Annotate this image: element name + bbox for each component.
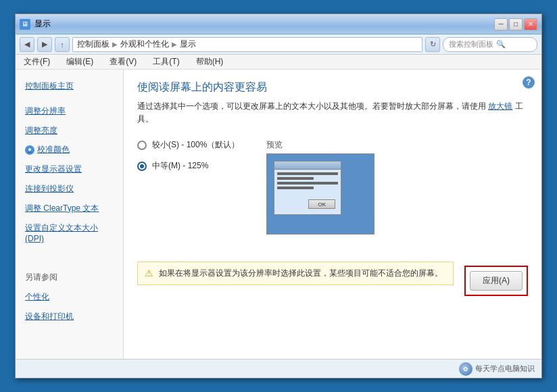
sidebar-item-devices[interactable]: 设备和打印机 xyxy=(16,307,123,326)
content-title: 使阅读屏幕上的内容更容易 xyxy=(137,80,528,95)
radio-medium[interactable] xyxy=(137,162,147,171)
sidebar-item-home[interactable]: 控制面板主页 xyxy=(16,76,123,96)
radio-option-medium[interactable]: 中等(M) - 125% xyxy=(137,160,239,172)
footer: ✿ 每天学点电脑知识 xyxy=(16,359,541,378)
apply-area: 应用(A) xyxy=(464,266,528,296)
title-bar-left: 🖥 显示 xyxy=(20,18,51,30)
sidebar-item-dpi[interactable]: 设置自定义文本大小(DPI) xyxy=(16,218,123,249)
address-path[interactable]: 控制面板 ▶ 外观和个性化 ▶ 显示 xyxy=(72,37,422,52)
title-bar: 🖥 显示 ─ □ ✕ xyxy=(16,14,541,34)
search-placeholder: 搜索控制面板 xyxy=(449,39,493,49)
sidebar-item-projector[interactable]: 连接到投影仪 xyxy=(16,179,123,199)
warning-row: ⚠ 如果在将显示器设置为该分辨率时选择此设置，某些项目可能不适合您的屏幕。 xyxy=(137,262,454,285)
preview-area: 预览 OK xyxy=(266,139,528,235)
color-icon: ● xyxy=(25,145,34,155)
main-window: 🖥 显示 ─ □ ✕ ◀ ▶ ↑ 控制面板 ▶ 外观和个性化 ▶ 显示 ↻ 搜索… xyxy=(15,14,542,378)
title-bar-controls: ─ □ ✕ xyxy=(494,18,537,30)
main-content: 控制面板主页 调整分辨率 调整亮度 ● 校准颜色 更改显示器设置 连接到投影仪 … xyxy=(16,70,541,359)
menu-file[interactable]: 文件(F) xyxy=(21,55,53,69)
bottom-actions: ⚠ 如果在将显示器设置为该分辨率时选择此设置，某些项目可能不适合您的屏幕。 应用… xyxy=(137,248,528,296)
preview-win-title xyxy=(274,162,341,170)
forward-button[interactable]: ▶ xyxy=(37,37,52,52)
warning-triangle-icon: ⚠ xyxy=(145,268,153,278)
content-description: 通过选择其中一个选项，可以更改屏幕上的文本大小以及其他项。若要暂时放大部分屏幕，… xyxy=(137,100,528,126)
warning-text: 如果在将显示器设置为该分辨率时选择此设置，某些项目可能不适合您的屏幕。 xyxy=(159,268,446,279)
sidebar-item-cleartype[interactable]: 调整 ClearType 文本 xyxy=(16,199,123,218)
preview-line-3 xyxy=(277,182,338,185)
minimize-button[interactable]: ─ xyxy=(494,18,508,30)
window-title: 显示 xyxy=(34,18,51,30)
sidebar-item-personalize[interactable]: 个性化 xyxy=(16,287,123,307)
sidebar-item-brightness[interactable]: 调整亮度 xyxy=(16,121,123,141)
path-root: 控制面板 xyxy=(77,39,110,50)
sidebar-item-resolution[interactable]: 调整分辨率 xyxy=(16,101,123,121)
preview-label: 预览 xyxy=(266,139,528,151)
path-level1: 外观和个性化 xyxy=(120,39,169,50)
radio-medium-label: 中等(M) - 125% xyxy=(152,160,208,172)
path-sep2: ▶ xyxy=(172,41,177,48)
description-text: 通过选择其中一个选项，可以更改屏幕上的文本大小以及其他项。若要暂时放大部分屏幕，… xyxy=(137,101,486,111)
menu-bar: 文件(F) 编辑(E) 查看(V) 工具(T) 帮助(H) xyxy=(16,55,541,70)
up-button[interactable]: ↑ xyxy=(55,37,70,52)
radio-small[interactable] xyxy=(137,141,147,150)
radio-option-small[interactable]: 较小(S) - 100%（默认） xyxy=(137,139,239,151)
search-box[interactable]: 搜索控制面板 🔍 xyxy=(443,37,537,52)
sidebar-item-color-label: 校准颜色 xyxy=(37,144,70,155)
preview-line-2 xyxy=(277,177,314,180)
radio-small-label: 较小(S) - 100%（默认） xyxy=(152,139,239,151)
apply-button[interactable]: 应用(A) xyxy=(470,271,523,291)
footer-circle-icon: ✿ xyxy=(459,362,473,376)
refresh-button[interactable]: ↻ xyxy=(425,37,440,52)
back-button[interactable]: ◀ xyxy=(20,37,34,52)
path-level2: 显示 xyxy=(180,39,196,50)
preview-box: OK xyxy=(266,153,374,235)
close-button[interactable]: ✕ xyxy=(524,18,537,30)
footer-text: 每天学点电脑知识 xyxy=(475,364,535,374)
sidebar-item-color[interactable]: ● 校准颜色 xyxy=(16,140,123,160)
menu-edit[interactable]: 编辑(E) xyxy=(64,55,96,69)
options-row: 较小(S) - 100%（默认） 中等(M) - 125% 预览 xyxy=(137,139,528,235)
address-bar: ◀ ▶ ↑ 控制面板 ▶ 外观和个性化 ▶ 显示 ↻ 搜索控制面板 🔍 xyxy=(16,34,541,55)
magnifier-link[interactable]: 放大镜 xyxy=(488,101,512,111)
sidebar: 控制面板主页 调整分辨率 调整亮度 ● 校准颜色 更改显示器设置 连接到投影仪 … xyxy=(16,70,124,359)
radio-options: 较小(S) - 100%（默认） 中等(M) - 125% xyxy=(137,139,239,172)
content-area: ? 使阅读屏幕上的内容更容易 通过选择其中一个选项，可以更改屏幕上的文本大小以及… xyxy=(124,70,541,359)
preview-win-content xyxy=(274,170,341,194)
window-icon: 🖥 xyxy=(20,19,30,30)
menu-help[interactable]: 帮助(H) xyxy=(193,55,226,69)
menu-tools[interactable]: 工具(T) xyxy=(150,55,182,69)
search-icon: 🔍 xyxy=(496,40,506,49)
footer-logo: ✿ 每天学点电脑知识 xyxy=(459,362,535,376)
sidebar-item-display-settings[interactable]: 更改显示器设置 xyxy=(16,160,123,179)
path-sep1: ▶ xyxy=(112,41,118,48)
sidebar-also-see-label: 另请参阅 xyxy=(16,268,123,287)
preview-win-button: OK xyxy=(308,199,335,209)
menu-view[interactable]: 查看(V) xyxy=(107,55,139,69)
preview-window: OK xyxy=(274,161,341,215)
maximize-button[interactable]: □ xyxy=(509,18,523,30)
preview-line-4 xyxy=(277,187,314,189)
preview-line-1 xyxy=(277,172,338,175)
help-icon[interactable]: ? xyxy=(523,76,535,89)
